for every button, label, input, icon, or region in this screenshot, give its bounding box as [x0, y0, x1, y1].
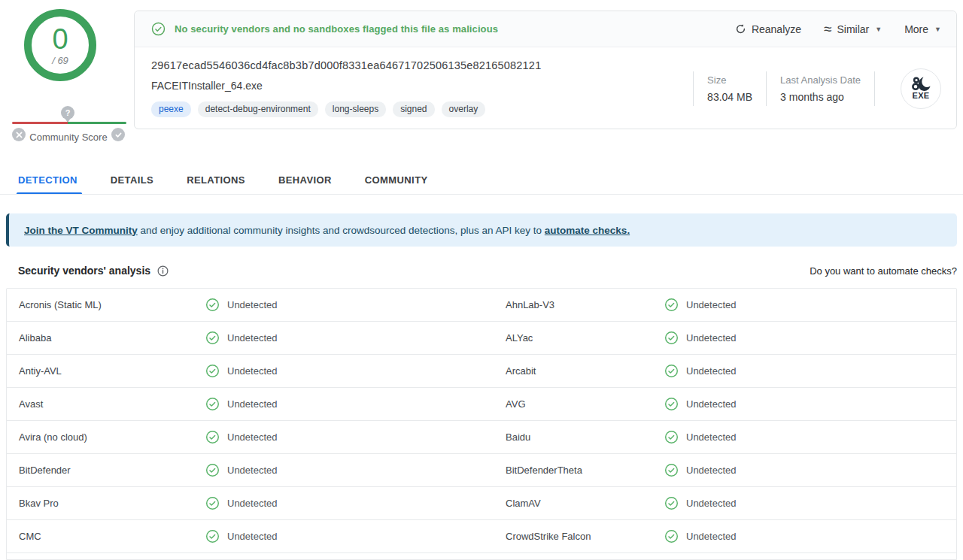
vendor-status: Undetected: [205, 496, 494, 510]
vendor-name: BitDefenderTheta: [494, 465, 664, 476]
vendor-name: BitDefender: [7, 465, 205, 476]
file-size-block: Size 83.04 MB: [707, 74, 752, 103]
file-sha256: 29617ecad5546036cd4fac8b3b7d000f8331ea64…: [151, 59, 541, 71]
tab-behavior[interactable]: BEHAVIOR: [278, 174, 332, 194]
vendor-name: AhnLab-V3: [494, 299, 664, 310]
automate-checks-link[interactable]: automate checks.: [545, 225, 630, 236]
table-row: Acronis (Static ML)UndetectedAhnLab-V3Un…: [7, 289, 956, 322]
vendor-name: Avast: [7, 398, 205, 410]
vendor-status: Undetected: [205, 364, 494, 378]
vendor-name: ClamAV: [494, 498, 664, 509]
file-summary: 29617ecad5546036cd4fac8b3b7d000f8331ea64…: [135, 47, 956, 117]
last-analysis-block: Last Analysis Date 3 months ago: [780, 74, 861, 103]
check-circle-icon: [205, 397, 220, 411]
check-circle-icon: [205, 529, 220, 543]
vendor-table: Acronis (Static ML)UndetectedAhnLab-V3Un…: [6, 288, 957, 560]
vendor-status: Undetected: [205, 298, 494, 312]
vendor-name: ALYac: [494, 332, 664, 344]
vendor-status: Undetected: [664, 463, 956, 477]
vendor-status: Undetected: [664, 298, 956, 312]
table-row: Antiy-AVLUndetectedArcabitUndetected: [7, 355, 956, 388]
vendor-status: Undetected: [664, 430, 956, 444]
vendor-status: Undetected: [205, 463, 494, 477]
table-row: Avira (no cloud)UndetectedBaiduUndetecte…: [7, 421, 956, 454]
check-circle-icon: [205, 298, 220, 312]
table-row: Bkav ProUndetectedClamAVUndetected: [7, 487, 956, 520]
tag-signed[interactable]: signed: [393, 101, 434, 117]
vendor-name: Avira (no cloud): [7, 431, 205, 443]
vt-community-banner: Join the VT Community and enjoy addition…: [6, 213, 957, 247]
check-circle-icon: [664, 331, 679, 345]
check-circle-icon: [205, 463, 220, 477]
tag-overlay[interactable]: overlay: [442, 101, 486, 117]
chevron-down-icon: ▼: [875, 26, 882, 33]
tag-detect-debug-environment[interactable]: detect-debug-environment: [198, 101, 318, 117]
table-row: AlibabaUndetectedALYacUndetected: [7, 322, 956, 355]
check-circle-icon: [664, 298, 679, 312]
tag-long-sleeps[interactable]: long-sleeps: [325, 101, 386, 117]
similar-button[interactable]: ≈ Similar ▼: [824, 23, 882, 35]
check-circle-icon: [205, 430, 220, 444]
join-vt-community-link[interactable]: Join the VT Community: [24, 225, 138, 236]
detection-score-ring: 0 / 69: [24, 9, 96, 81]
tab-detection[interactable]: DETECTION: [18, 174, 77, 194]
tabs-divider: [0, 194, 963, 195]
file-identifiers: 29617ecad5546036cd4fac8b3b7d000f8331ea64…: [151, 59, 541, 117]
check-circle-icon: [205, 496, 220, 510]
file-type-label: EXE: [913, 91, 930, 100]
community-score-bar: [12, 122, 126, 124]
score-widget: 0 / 69 ? Community Score: [6, 5, 126, 81]
tab-details[interactable]: DETAILS: [111, 174, 153, 194]
verdict-check-icon: [151, 22, 166, 36]
section-title-row: Security vendors' analysis: [18, 265, 169, 277]
community-score-marker-icon: ?: [61, 106, 74, 120]
file-report-card: No security vendors and no sandboxes fla…: [134, 11, 957, 129]
tab-relations[interactable]: RELATIONS: [187, 174, 245, 194]
reanalyze-label: Reanalyze: [752, 23, 801, 35]
file-tags: peexedetect-debug-environmentlong-sleeps…: [151, 101, 541, 117]
check-circle-icon: [664, 364, 679, 378]
vendor-status: Undetected: [205, 529, 494, 543]
vendor-name: CMC: [7, 531, 205, 542]
vendor-name: Alibaba: [7, 332, 205, 344]
vendor-status: Undetected: [205, 397, 494, 411]
more-label: More: [904, 23, 928, 35]
tag-peexe[interactable]: peexe: [151, 101, 191, 117]
vendor-name: CrowdStrike Falcon: [494, 531, 664, 542]
check-circle-icon: [664, 496, 679, 510]
more-button[interactable]: More ▼: [904, 23, 941, 35]
check-circle-icon: [664, 463, 679, 477]
header-actions: Reanalyze ≈ Similar ▼ More ▼: [735, 23, 941, 35]
table-row: CMCUndetectedCrowdStrike FalconUndetecte…: [7, 520, 956, 553]
reanalyze-icon: [735, 23, 746, 35]
check-circle-icon: [205, 331, 220, 345]
exe-gears-icon: [911, 77, 931, 91]
similar-label: Similar: [837, 23, 869, 35]
check-circle-icon: [664, 529, 679, 543]
vendor-name: Acronis (Static ML): [7, 299, 205, 310]
table-row: BitDefenderUndetectedBitDefenderThetaUnd…: [7, 454, 956, 487]
check-circle-icon: [664, 430, 679, 444]
check-circle-icon: [205, 364, 220, 378]
reanalyze-button[interactable]: Reanalyze: [735, 23, 801, 35]
vendor-name: Baidu: [494, 431, 664, 443]
size-label: Size: [707, 74, 752, 86]
vendor-name: Bkav Pro: [7, 498, 205, 509]
check-circle-icon: [664, 397, 679, 411]
vendor-status: Undetected: [664, 496, 956, 510]
file-type-icon: EXE: [901, 68, 941, 109]
size-value: 83.04 MB: [707, 91, 752, 103]
table-row: [7, 553, 956, 560]
info-icon[interactable]: [157, 265, 169, 277]
vendor-status: Undetected: [664, 331, 956, 345]
vendor-status: Undetected: [205, 331, 494, 345]
divider: [874, 71, 875, 106]
verdict-bar: No security vendors and no sandboxes fla…: [135, 11, 956, 47]
security-vendors-analysis-title: Security vendors' analysis: [18, 265, 150, 277]
community-score-label: Community Score: [6, 132, 131, 143]
table-row: AvastUndetectedAVGUndetected: [7, 388, 956, 421]
tab-community[interactable]: COMMUNITY: [365, 174, 428, 194]
automate-checks-question: Do you want to automate checks?: [810, 265, 957, 277]
file-name: FACEITInstaller_64.exe: [151, 80, 541, 92]
vendor-status: Undetected: [664, 529, 956, 543]
